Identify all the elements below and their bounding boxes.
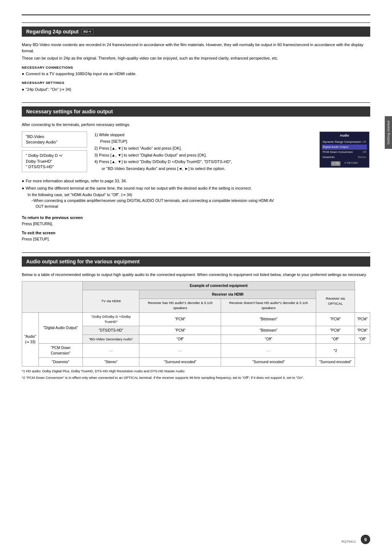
td-downmix-label: "Downmix" [38, 358, 83, 366]
label-dolby-dts: " Dolby D/Dolby D +/ Dolby TrueHD"" DTS/… [22, 150, 87, 172]
step-3: 3) Press [▲, ▼] to select "Digital Audio… [94, 152, 312, 159]
note-2: ● When using the different terminal at t… [22, 185, 370, 191]
connections-heading: NECESSARY CONNECTIONS [22, 65, 370, 70]
td-dolby-no-hd: "PCM" [316, 312, 355, 326]
note-2b: In the following case, set "HDMI Audio O… [22, 192, 370, 198]
td-dolby-optical: "PCM" [355, 312, 370, 326]
td-bd-tv: "Off" [139, 335, 221, 344]
footnote-1: *1 HD audio: Dolby Digital Plus, Dolby T… [22, 369, 370, 374]
td-downmix-hd: "Surround encoded" [139, 358, 221, 366]
td-dts-optical: "PCM" [355, 326, 370, 335]
section-header-24p: Regarding 24p output BD-V [22, 27, 370, 37]
exit-text: Press [SETUP]. [22, 236, 370, 242]
td-dolby-hd: "Bitstream" [221, 312, 316, 326]
audio-settings-container: "BD-VideoSecondary Audio" " Dolby D/Dolb… [22, 131, 370, 175]
td-audio-label: "Audio"(⇒ 33) [22, 312, 39, 366]
td-bd-label: "BD-Video Secondary Audio" [83, 335, 139, 344]
td-downmix-tv: "Stereo" [83, 358, 139, 366]
note-2c: −When connecting a compatible amplifier/… [22, 198, 370, 204]
td-dolby-label: "Dolby D/Dolby D +/Dolby TrueHD" [83, 312, 139, 326]
section-title-table: Audio output setting for the various equ… [26, 259, 140, 264]
td-pcm-label: "PCM Down Conversion" [38, 344, 83, 358]
return-text: Press [RETURN]. [22, 221, 370, 227]
audio-settings-content: After connecting to the terminals, perfo… [22, 120, 370, 244]
table-intro: Below is a table of recommended settings… [22, 272, 370, 278]
th-receiver-no-hd: Receiver doesn't have HD audio*1 decoder… [221, 299, 316, 313]
section-24p-content: Many BD-Video movie contents are recorde… [22, 40, 370, 94]
section-title-24p: Regarding 24p output [26, 29, 79, 35]
menu-title: Audio [322, 133, 367, 138]
td-downmix-no-hd: "Surround encoded" [221, 358, 316, 366]
td-bd-no-hd: "Off" [316, 335, 355, 344]
td-dts-tv: "PCM" [139, 326, 221, 335]
section-audio-output-table: Audio output setting for the various equ… [22, 252, 370, 382]
menu-row-downmix: Downmix Stereo [322, 155, 367, 160]
step-4b: or "BD-Video Secondary Audio" and press … [94, 165, 312, 172]
label-bd-video: "BD-VideoSecondary Audio" [22, 131, 87, 148]
th-tv-hdmi: TV via HDMI [83, 290, 139, 313]
td-bd-hd: "Off" [221, 335, 316, 344]
footnote-2: *2 "PCM Down Conversion" is in effect on… [22, 375, 370, 380]
audio-table-content: Below is a table of recommended settings… [22, 270, 370, 382]
settings-bullet: ● "24p Output": "On" (⇒ 34) [22, 86, 370, 93]
section-header-table: Audio output setting for the various equ… [22, 256, 370, 267]
page-number: 9 [361, 535, 370, 544]
td-dts-hd: "Bitstream" [221, 326, 316, 335]
menu-row-digital: Digital Audio Output [322, 145, 367, 150]
th-receiver-optical: Receiver via OPTICAL [316, 290, 355, 313]
24p-intro2: These can be output in 24p as the origin… [22, 55, 370, 61]
td-digital-audio-label: "Digital Audio Output" [38, 312, 83, 344]
th-example-connected: Example of connected equipment [83, 281, 355, 290]
settings-labels: "BD-VideoSecondary Audio" " Dolby D/Dolb… [22, 131, 87, 175]
step-1: 1) While stopped [94, 131, 312, 138]
th-receiver-hd: Receiver has HD audio*1 decoder & 5.1ch … [139, 299, 221, 313]
exit-heading: To exit the screen [22, 230, 370, 236]
th-receiver-via-hdmi: Receiver via HDMI [139, 290, 316, 299]
connections-bullet: ● Connect to a TV supporting 1080/24p in… [22, 71, 370, 77]
section-title-audio: Necessary settings for audio output [26, 109, 113, 114]
audio-settings-table: Example of connected equipment TV via HD… [22, 281, 370, 366]
menu-ok-return: ⊙ OK ⟲ RETURN [322, 161, 367, 166]
step-4: 4) Press [▲, ▼] to select "Dolby D/Dolby… [94, 158, 312, 165]
td-pcm-hd: — [139, 344, 221, 358]
getting-started-tab: Getting started [385, 116, 392, 149]
td-pcm-optical: *2 [316, 344, 355, 358]
table-empty-cell [22, 281, 83, 313]
step-1b: Press [SETUP]. [94, 138, 312, 145]
doc-code: RQT9412 [342, 540, 356, 543]
menu-row-drc: Dynamic Range Compression Off [322, 139, 367, 145]
td-pcm-no-hd: — [221, 344, 316, 358]
td-dolby-tv: "PCM" [139, 312, 221, 326]
settings-heading: NECESSARY SETTINGS [22, 80, 370, 85]
audio-settings-intro: After connecting to the terminals, perfo… [22, 122, 370, 128]
section-audio-settings: Necessary settings for audio output Afte… [22, 102, 370, 244]
bdv-badge: BD-V [82, 29, 93, 34]
top-divider [22, 15, 370, 15]
step-2: 2) Press [▲, ▼] to select "Audio" and pr… [94, 145, 312, 152]
note-1: ● For more information about settings, r… [22, 178, 370, 184]
notes-section: ● For more information about settings, r… [22, 178, 370, 209]
24p-intro: Many BD-Video movie contents are recorde… [22, 42, 370, 54]
return-heading: To return to the previous screen [22, 215, 370, 221]
settings-steps: 1) While stopped Press [SETUP]. 2) Press… [94, 131, 312, 175]
menu-screenshot-container: Audio Dynamic Range Compression Off Digi… [319, 131, 370, 175]
menu-row-pcm: PCM Down Conversion Off [322, 150, 367, 155]
menu-screenshot: Audio Dynamic Range Compression Off Digi… [319, 131, 369, 168]
section-header-audio: Necessary settings for audio output [22, 106, 370, 117]
note-2d: OUT terminal [22, 204, 370, 210]
td-bd-optical: "Off" [355, 335, 370, 344]
td-pcm-tv: — [83, 344, 139, 358]
td-dts-label: "DTS/DTS-HD" [83, 326, 139, 335]
td-dts-no-hd: "PCM" [316, 326, 355, 335]
section-24p-output: Regarding 24p output BD-V Many BD-Video … [22, 23, 370, 94]
td-downmix-optical: "Surround encoded" [316, 358, 355, 366]
